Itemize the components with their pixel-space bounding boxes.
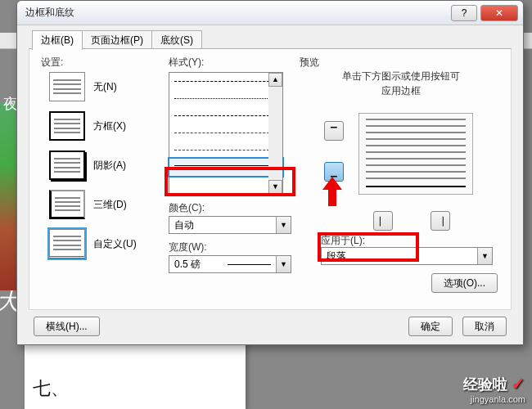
style-label: 样式(Y): (169, 56, 204, 70)
hline-area: 横线(H)... (34, 317, 100, 336)
tab-page-border[interactable]: 页面边框(P) (82, 30, 152, 50)
preview-hint-2: 应用边框 (300, 83, 503, 98)
tab-strip: 边框(B) 页面边框(P) 底纹(S) (32, 30, 201, 50)
watermark-brand: 经验啦 (463, 376, 507, 393)
check-icon: ✓ (512, 375, 525, 393)
color-combo[interactable]: 自动 ▼ (169, 216, 291, 234)
none-icon (49, 72, 85, 101)
setting-3d[interactable]: 三维(D) (49, 190, 127, 219)
style-dotted[interactable] (169, 90, 282, 107)
close-button[interactable]: ✕ (480, 5, 518, 21)
help-button[interactable]: ? (451, 5, 477, 21)
ok-button[interactable]: 确定 (408, 317, 453, 336)
threeD-icon (49, 190, 85, 219)
edge-top-button[interactable]: ▔ (324, 121, 344, 141)
setting-shadow-label: 阴影(A) (93, 159, 126, 173)
preview-hint-1: 单击下方图示或使用按钮可 (300, 69, 503, 83)
chevron-down-icon[interactable]: ▼ (477, 248, 492, 264)
watermark-url: jingyanla.com (463, 394, 525, 404)
custom-icon (49, 229, 85, 258)
setting-custom-label: 自定义(U) (93, 237, 137, 251)
apply-to-value: 段落 (322, 249, 477, 263)
width-combo[interactable]: 0.5 磅 ▼ (169, 255, 291, 273)
edge-left-button[interactable]: ▏ (373, 211, 393, 231)
tab-panel: 设置: 无(N) 方框(X) 阴影(A) 三维(D) 自定义(U) 样式( (29, 48, 512, 310)
box-icon (49, 111, 85, 141)
apply-to-combo[interactable]: 段落 ▼ (321, 247, 493, 265)
scroll-up[interactable]: ▲ (268, 73, 282, 87)
options-button[interactable]: 选项(O)... (431, 273, 498, 293)
setting-box-label: 方框(X) (93, 119, 126, 133)
borders-shading-dialog: 边框和底纹 ? ✕ 边框(B) 页面边框(P) 底纹(S) 设置: 无(N) 方… (16, 0, 524, 345)
chevron-down-icon[interactable]: ▼ (276, 256, 291, 272)
style-dashdot2[interactable] (169, 142, 282, 159)
color-value: 自动 (169, 218, 276, 232)
color-label: 颜色(C): (169, 201, 205, 215)
setting-none-label: 无(N) (93, 80, 117, 94)
preview-label: 预览 (300, 56, 319, 70)
dialog-client: 边框(B) 页面边框(P) 底纹(S) 设置: 无(N) 方框(X) 阴影(A)… (17, 25, 523, 344)
titlebar: 边框和底纹 ? ✕ (17, 1, 523, 25)
setting-3d-label: 三维(D) (93, 198, 127, 212)
style-dashed[interactable] (169, 73, 282, 90)
edge-bottom-button[interactable]: ▁ (324, 162, 344, 182)
preview-box (358, 113, 473, 195)
setting-custom[interactable]: 自定义(U) (49, 229, 137, 258)
edge-right-button[interactable]: ▕ (431, 211, 450, 231)
width-sample-line (228, 264, 271, 265)
chevron-down-icon[interactable]: ▼ (276, 217, 291, 233)
setting-box[interactable]: 方框(X) (49, 111, 126, 141)
scroll-track[interactable] (268, 87, 282, 180)
width-label: 宽度(W): (169, 240, 207, 254)
scroll-down[interactable]: ▼ (268, 180, 282, 194)
style-list[interactable]: ▲ ▼ (169, 72, 283, 195)
dialog-title: 边框和底纹 (25, 6, 448, 20)
setting-shadow[interactable]: 阴影(A) (49, 151, 126, 180)
tab-borders[interactable]: 边框(B) (32, 30, 83, 50)
apply-to-label: 应用于(L): (321, 234, 365, 248)
cancel-button[interactable]: 取消 (462, 317, 507, 336)
preview-area: 预览 单击下方图示或使用按钮可 应用边框 ▔ ▁ ▏ ▕ 应用于(L): 段 (300, 56, 503, 301)
setting-none[interactable]: 无(N) (49, 72, 117, 101)
shadow-icon (49, 151, 85, 180)
width-value: 0.5 磅 (169, 258, 223, 272)
settings-label: 设置: (41, 56, 63, 70)
style-dashdot[interactable] (169, 124, 282, 142)
bg-text-3: 七、 (33, 376, 69, 401)
tab-shading[interactable]: 底纹(S) (151, 30, 202, 50)
horizontal-line-button[interactable]: 横线(H)... (34, 317, 100, 336)
dialog-buttons: 确定 取消 (408, 317, 507, 336)
style-dash2[interactable] (169, 107, 282, 124)
style-triple[interactable] (169, 159, 282, 176)
preview-hint: 单击下方图示或使用按钮可 应用边框 (300, 69, 503, 98)
watermark: 经验啦 ✓ jingyanla.com (463, 374, 525, 404)
